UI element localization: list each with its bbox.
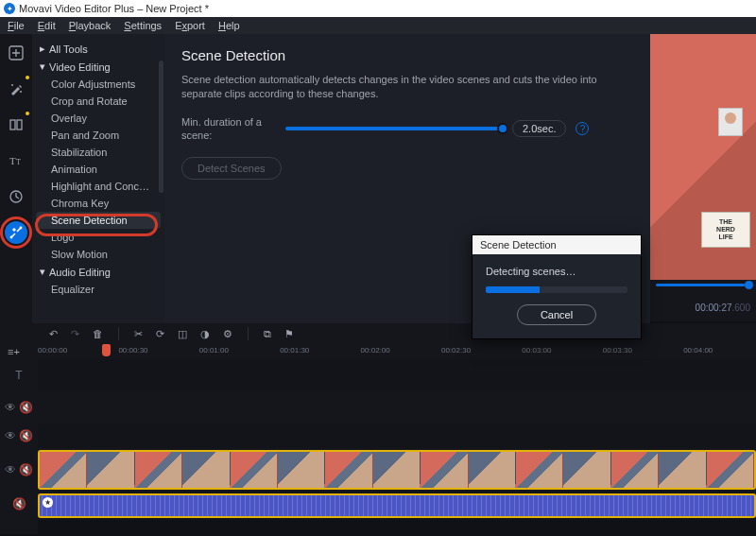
ruler-tick: 00:04:00 [683, 346, 713, 354]
slider-thumb[interactable] [497, 123, 508, 134]
dialog-cancel-button[interactable]: Cancel [517, 304, 596, 325]
ruler-tick: 00:00:30 [118, 346, 147, 354]
preview-timecode: 00:00:27.600 [696, 303, 750, 313]
track-lane-title[interactable] [38, 359, 756, 391]
sidebar-item-equalizer[interactable]: Equalizer [32, 281, 164, 298]
redo-icon[interactable]: ↷ [71, 328, 79, 340]
sidebar-item-crop-rotate[interactable]: Crop and Rotate [32, 93, 164, 110]
ruler-tick: 00:02:30 [441, 346, 471, 354]
panel-title: Scene Detection [181, 47, 633, 63]
track-gutter: T 👁 🔇 👁 🔇 👁 🔇 🔇 [0, 359, 38, 534]
track-header-video-icon[interactable]: 👁 🔇 [0, 448, 38, 492]
ruler-tick: 00:01:30 [280, 346, 309, 354]
min-duration-label: Min. duration of a scene: [181, 115, 276, 143]
min-duration-value[interactable]: 2.0sec. [512, 120, 566, 137]
rail-filters-icon[interactable] [5, 78, 27, 100]
delete-icon[interactable]: 🗑 [93, 328, 103, 339]
dialog-message: Detecting scenes… [486, 266, 627, 277]
seek-thumb-icon[interactable] [745, 281, 753, 289]
marker-icon[interactable]: ⚑ [284, 328, 294, 340]
panel-description: Scene detection automatically detects ch… [181, 73, 633, 102]
svg-text:T: T [9, 155, 16, 166]
crop-icon[interactable]: ◫ [178, 328, 187, 340]
preview-video[interactable]: THENERDLIFE [650, 34, 756, 280]
dialog-progress [486, 286, 627, 293]
sidebar-item-stabilization[interactable]: Stabilization [32, 144, 164, 161]
track-lane-audio[interactable]: ★ [38, 492, 756, 520]
svg-point-8 [10, 236, 13, 239]
preview-poster-icon [718, 108, 743, 136]
sidebar-item-highlight-conceal[interactable]: Highlight and Conc… [32, 178, 164, 195]
menubar: File Edit Playback Settings Export Help [0, 17, 756, 34]
sidebar-group-video-editing[interactable]: ▾ Video Editing [32, 58, 164, 76]
menu-export[interactable]: Export [175, 20, 205, 31]
rail-stickers-icon[interactable] [5, 185, 27, 208]
track-lane-overlay[interactable] [38, 391, 756, 424]
menu-settings[interactable]: Settings [124, 20, 162, 31]
rail-add-icon[interactable] [5, 42, 27, 64]
track-lane-video[interactable]: ★ [38, 448, 756, 492]
scene-detection-dialog: Scene Detection Detecting scenes… Cancel [472, 234, 642, 339]
min-duration-row: Min. duration of a scene: 2.0sec. ? [181, 115, 633, 143]
timeline-tracks: T 👁 🔇 👁 🔇 👁 🔇 🔇 ★ ★ [0, 359, 756, 534]
ruler-tick: 00:03:30 [603, 346, 632, 354]
detect-scenes-button[interactable]: Detect Scenes [181, 157, 282, 180]
sidebar-group-audio-editing[interactable]: ▾ Audio Editing [32, 263, 164, 281]
menu-help[interactable]: Help [218, 20, 240, 31]
rail-more-tools-icon[interactable] [5, 221, 27, 244]
ruler-tick: 00:03:00 [522, 346, 551, 354]
sidebar-item-color-adjustments[interactable]: Color Adjustments [32, 76, 164, 93]
record-icon[interactable]: ⧉ [264, 328, 271, 340]
main-area: TT ▸ All Tools ▾ Video Editing Color Adj… [0, 34, 756, 323]
dialog-title: Scene Detection [472, 235, 641, 254]
track-header-overlay-icon[interactable]: 👁 🔇 [0, 391, 38, 424]
tools-sidebar: ▸ All Tools ▾ Video Editing Color Adjust… [32, 34, 164, 323]
track-header-title-icon[interactable]: T [0, 359, 38, 391]
menu-playback[interactable]: Playback [69, 20, 112, 31]
clip-effects-icon[interactable]: ★ [43, 497, 53, 508]
svg-text:T: T [16, 158, 21, 166]
timeline-toolbar: ↶ ↷ 🗑 ✂ ⟳ ◫ ◑ ⚙ ⧉ ⚑ [0, 323, 756, 344]
playhead-icon[interactable] [102, 344, 111, 356]
sidebar-item-scene-detection[interactable]: Scene Detection [36, 212, 161, 229]
ruler-tick: 00:00:00 [38, 346, 67, 354]
rail-titles-icon[interactable]: TT [5, 149, 27, 172]
timeline-ruler[interactable]: ≡+ 00:00:0000:00:3000:01:0000:01:3000:02… [0, 344, 756, 359]
window-titlebar: ✦ Movavi Video Editor Plus – New Project… [0, 0, 756, 17]
track-lanes[interactable]: ★ ★ [38, 359, 756, 534]
sidebar-item-pan-zoom[interactable]: Pan and Zoom [32, 127, 164, 144]
sidebar-group-all-tools[interactable]: ▸ All Tools [32, 40, 164, 58]
min-duration-slider[interactable] [285, 127, 503, 130]
undo-icon[interactable]: ↶ [49, 328, 58, 340]
sidebar-scrollbar[interactable] [159, 61, 163, 193]
sidebar-item-chroma-key[interactable]: Chroma Key [32, 195, 164, 212]
preview-controls: 00:00:27.600 [650, 280, 756, 321]
svg-rect-4 [17, 120, 22, 130]
svg-point-1 [11, 84, 13, 86]
app-logo-icon: ✦ [4, 3, 15, 14]
preview-pane: THENERDLIFE 00:00:27.600 [650, 34, 756, 323]
sidebar-item-slow-motion[interactable]: Slow Motion [32, 246, 164, 263]
preview-seekbar[interactable] [656, 284, 750, 286]
rail-transitions-icon[interactable] [5, 113, 27, 136]
rotate-icon[interactable]: ⟳ [156, 328, 164, 340]
track-header-caption-icon[interactable]: 👁 🔇 [0, 424, 38, 448]
ruler-tick: 00:02:00 [361, 346, 390, 354]
window-title: Movavi Video Editor Plus – New Project * [19, 3, 209, 14]
track-lane-caption[interactable] [38, 424, 756, 448]
color-icon[interactable]: ◑ [200, 328, 210, 340]
menu-file[interactable]: File [8, 20, 25, 31]
sidebar-item-logo[interactable]: Logo [32, 229, 164, 246]
video-clip[interactable]: ★ [38, 450, 756, 490]
adjust-icon[interactable]: ⚙ [223, 328, 232, 340]
add-track-icon[interactable]: ≡+ [8, 346, 20, 357]
help-icon[interactable]: ? [576, 122, 589, 135]
sidebar-item-animation[interactable]: Animation [32, 161, 164, 178]
audio-clip[interactable]: ★ [38, 493, 756, 518]
split-icon[interactable]: ✂ [134, 328, 143, 340]
track-header-audio-icon[interactable]: 🔇 [0, 492, 38, 516]
svg-rect-3 [10, 120, 15, 130]
menu-edit[interactable]: Edit [38, 20, 56, 31]
sidebar-item-overlay[interactable]: Overlay [32, 110, 164, 127]
preview-sign: THENERDLIFE [701, 212, 750, 248]
